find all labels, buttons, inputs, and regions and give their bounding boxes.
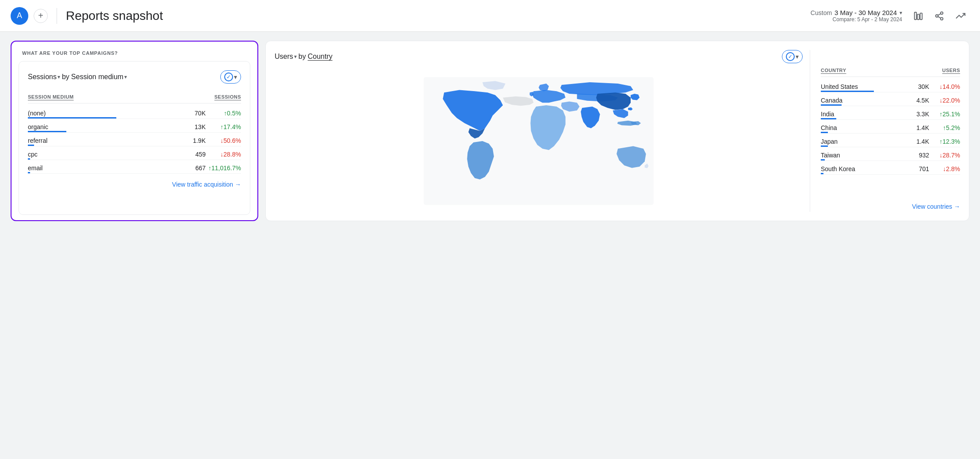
header-left: A + Reports snapshot — [11, 7, 163, 25]
users-filter-chevron: ▾ — [796, 53, 799, 60]
country-change: ↓28.7% — [929, 152, 960, 159]
date-range-main: 3 May - 30 May 2024 — [835, 9, 897, 16]
dimension-chip[interactable]: Session medium ▾ — [71, 73, 127, 81]
svg-line-6 — [938, 16, 941, 18]
country-table-section: COUNTRY USERS United States 30K ↓14.0% C… — [810, 50, 960, 212]
customize-button[interactable] — [909, 7, 927, 25]
row-change: ↑0.5% — [206, 110, 241, 117]
filter-chevron: ▾ — [234, 73, 237, 80]
date-dropdown-arrow: ▾ — [900, 10, 902, 16]
table-row: cpc 459 ↓28.8% — [28, 146, 241, 160]
country-row: India 3.3K ↑25.1% — [821, 106, 960, 120]
right-panel: Users ▾ by Country ✓ ▾ — [265, 41, 969, 221]
date-range-top: Custom 3 May - 30 May 2024 ▾ — [811, 9, 902, 16]
main-content: WHAT ARE YOUR TOP CAMPAIGNS? Sessions ▾ … — [0, 32, 980, 230]
row-name: email — [28, 164, 184, 172]
users-check-icon: ✓ — [786, 52, 795, 61]
country-value: 932 — [909, 152, 929, 159]
country-name: Japan — [821, 138, 909, 145]
country-name: United States — [821, 83, 909, 90]
header-divider — [57, 8, 57, 24]
filter-dropdown[interactable]: ✓ ▾ — [220, 70, 241, 84]
svg-rect-2 — [920, 13, 923, 19]
table-row: referral 1.9K ↓50.6% — [28, 133, 241, 146]
country-row: China 1.4K ↑5.2% — [821, 120, 960, 134]
world-map-container — [275, 70, 803, 212]
row-name: referral — [28, 137, 184, 144]
users-metric-chevron: ▾ — [294, 54, 297, 60]
country-name: South Korea — [821, 165, 909, 172]
page-title: Reports snapshot — [66, 9, 163, 23]
sessions-table-body: (none) 70K ↑0.5% organic 13K ↑17.4% refe… — [28, 105, 241, 174]
sessions-card-title: Sessions ▾ by Session medium ▾ — [28, 73, 127, 81]
svg-line-7 — [938, 13, 941, 15]
table-row: email 667 ↑11,016.7% — [28, 160, 241, 174]
row-change: ↑17.4% — [206, 123, 241, 130]
map-section: Users ▾ by Country ✓ ▾ — [275, 50, 803, 212]
country-row: South Korea 701 ↓2.8% — [821, 161, 960, 175]
header: A + Reports snapshot Custom 3 May - 30 M… — [0, 0, 980, 32]
row-change: ↓28.8% — [206, 151, 241, 158]
col-sessions: SESSIONS — [214, 94, 241, 99]
row-name: organic — [28, 123, 184, 130]
svg-point-5 — [941, 17, 943, 19]
svg-point-4 — [936, 15, 938, 17]
by-text: by — [62, 73, 69, 81]
svg-point-3 — [941, 11, 943, 14]
date-compare: Compare: 5 Apr - 2 May 2024 — [811, 16, 902, 23]
col-country: COUNTRY — [821, 68, 846, 73]
country-row: Canada 4.5K ↓22.0% — [821, 92, 960, 106]
date-range-selector[interactable]: Custom 3 May - 30 May 2024 ▾ Compare: 5 … — [811, 9, 902, 23]
country-row: Japan 1.4K ↑12.3% — [821, 134, 960, 147]
country-change: ↓14.0% — [929, 83, 960, 90]
row-value: 667 — [184, 164, 206, 172]
country-change: ↓2.8% — [929, 165, 960, 172]
country-value: 1.4K — [909, 124, 929, 131]
country-value: 30K — [909, 83, 929, 90]
share-button[interactable] — [930, 7, 948, 25]
header-right: Custom 3 May - 30 May 2024 ▾ Compare: 5 … — [811, 7, 969, 25]
users-card-title: Users ▾ by Country — [275, 53, 333, 61]
left-section-label: WHAT ARE YOUR TOP CAMPAIGNS? — [11, 42, 257, 56]
country-name: India — [821, 111, 909, 118]
col-users: USERS — [942, 68, 960, 73]
country-name: Canada — [821, 97, 909, 104]
view-countries-link[interactable]: View countries → — [821, 196, 960, 212]
insights-button[interactable] — [952, 7, 969, 25]
country-change: ↑25.1% — [929, 111, 960, 118]
date-label-custom: Custom — [811, 9, 832, 16]
country-value: 1.4K — [909, 138, 929, 145]
dimension-chevron: ▾ — [124, 74, 127, 80]
add-button[interactable]: + — [34, 9, 48, 23]
users-metric-chip[interactable]: Users ▾ — [275, 53, 297, 61]
country-change: ↑12.3% — [929, 138, 960, 145]
country-row: United States 30K ↓14.0% — [821, 79, 960, 92]
svg-rect-1 — [917, 14, 919, 19]
metric-chip[interactable]: Sessions ▾ — [28, 73, 60, 81]
avatar[interactable]: A — [11, 7, 28, 25]
view-traffic-link[interactable]: View traffic acquisition → — [28, 174, 241, 190]
sessions-card-header: Sessions ▾ by Session medium ▾ ✓ ▾ — [28, 70, 241, 84]
row-change: ↓50.6% — [206, 137, 241, 144]
users-filter-dropdown[interactable]: ✓ ▾ — [782, 50, 803, 63]
sessions-table-header: SESSION MEDIUM SESSIONS — [28, 92, 241, 103]
row-name: cpc — [28, 151, 184, 158]
country-value: 3.3K — [909, 111, 929, 118]
users-dimension-chip[interactable]: Country — [308, 53, 333, 61]
row-value: 13K — [184, 123, 206, 130]
row-value: 459 — [184, 151, 206, 158]
sessions-card: Sessions ▾ by Session medium ▾ ✓ ▾ SESSI… — [19, 61, 250, 215]
users-by-text: by — [299, 53, 306, 61]
country-change: ↑5.2% — [929, 124, 960, 131]
check-icon: ✓ — [224, 73, 233, 81]
world-map — [424, 75, 654, 207]
header-icons — [909, 7, 969, 25]
col-session-medium: SESSION MEDIUM — [28, 94, 74, 99]
row-name: (none) — [28, 110, 184, 117]
svg-rect-0 — [915, 12, 917, 19]
right-panel-inner: Users ▾ by Country ✓ ▾ — [266, 41, 969, 221]
country-name: Taiwan — [821, 152, 909, 159]
country-name: China — [821, 124, 909, 131]
row-change: ↑11,016.7% — [206, 164, 241, 172]
country-change: ↓22.0% — [929, 97, 960, 104]
